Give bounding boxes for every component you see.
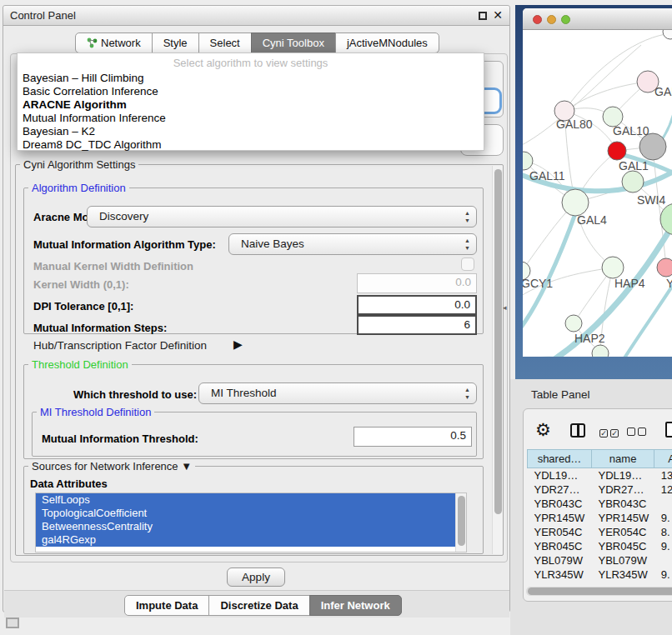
- tab-jactivemnodules[interactable]: jActiveMNodules: [335, 32, 439, 53]
- table-row[interactable]: YDL19…YDL19…13: [528, 468, 672, 482]
- collapsed-panel-icon[interactable]: [6, 618, 19, 628]
- settings-scrollbar[interactable]: [492, 166, 503, 554]
- algorithm-option-aracne[interactable]: ARACNE Algorithm: [23, 98, 479, 112]
- node-gal1-red[interactable]: [608, 142, 626, 160]
- deselect-checks-icon[interactable]: [627, 426, 649, 438]
- minimize-traffic-light-icon[interactable]: [547, 15, 556, 24]
- sources-group-title: Sources for Network Inference ▼: [28, 460, 195, 472]
- label-gal-cut: GAL: [654, 85, 672, 98]
- stepper-arrows-icon: ▲▼: [464, 209, 470, 224]
- table-row[interactable]: YPR145WYPR145W9.: [528, 511, 672, 525]
- algorithm-option-basic-correlation[interactable]: Basic Correlation Inference: [23, 85, 479, 98]
- algorithm-definition-title: Algorithm Definition: [28, 182, 129, 194]
- which-threshold-label: Which threshold to use:: [73, 388, 197, 401]
- table-row[interactable]: YER054CYER054C8.: [528, 525, 672, 539]
- kernel-width-field[interactable]: 0.0: [357, 273, 477, 293]
- node-table[interactable]: shared… name A YDL19…YDL19…13 YDR27…YDR2…: [527, 449, 672, 585]
- node-hap2[interactable]: [565, 315, 582, 332]
- label-gal1: GAL1: [619, 159, 649, 172]
- label-y-cut: Y: [666, 277, 672, 290]
- tab-network[interactable]: Network: [75, 32, 153, 53]
- algorithm-option-bayesian-hill-climbing[interactable]: Bayesian – Hill Climbing: [23, 72, 479, 85]
- algorithm-option-bayesian-k2[interactable]: Bayesian – K2: [23, 125, 479, 138]
- tab-cyni-toolbox[interactable]: Cyni Toolbox: [251, 32, 336, 53]
- select-all-checks-icon[interactable]: ✓✓: [599, 426, 621, 438]
- algorithm-dropdown-popup: Select algorithm to view settings Bayesi…: [17, 52, 484, 151]
- table-row[interactable]: YBL079WYBL079W: [528, 553, 672, 568]
- data-attributes-list[interactable]: SelfLoops TopologicalCoefficient Between…: [35, 492, 467, 552]
- network-graph: GAL GAL80 GAL10 GAL1 GAL11 SWI4 GAL4 GCY…: [523, 30, 672, 357]
- table-row[interactable]: YDR27…YDR27…12: [528, 482, 672, 497]
- table-hscrollbar[interactable]: [526, 587, 672, 596]
- table-hscrollbar-thumb[interactable]: [528, 588, 672, 595]
- column-header-shared-name[interactable]: shared…: [528, 450, 592, 468]
- tab-select[interactable]: Select: [198, 32, 252, 53]
- node-hap4[interactable]: [602, 257, 624, 278]
- tab-impute-data[interactable]: Impute Data: [124, 595, 209, 616]
- tab-style[interactable]: Style: [152, 32, 199, 53]
- tab-discretize-data[interactable]: Discretize Data: [208, 595, 309, 616]
- network-canvas[interactable]: GAL GAL80 GAL10 GAL1 GAL11 SWI4 GAL4 GCY…: [523, 30, 672, 357]
- algorithm-placeholder: Select algorithm to view settings: [18, 57, 484, 69]
- network-window-titlebar: [523, 8, 672, 30]
- stepper-arrows-icon: ▲▼: [464, 237, 470, 252]
- label-hap4: HAP4: [614, 277, 645, 290]
- dpi-tolerance-field[interactable]: 0.0: [357, 295, 477, 315]
- network-window: GAL GAL80 GAL10 GAL1 GAL11 SWI4 GAL4 GCY…: [523, 8, 672, 357]
- manual-kernel-checkbox[interactable]: [461, 258, 474, 271]
- pane-divider-arrow-icon[interactable]: ◂: [503, 303, 507, 312]
- column-header-cut[interactable]: A: [654, 450, 672, 468]
- node-y-pink[interactable]: [657, 258, 672, 277]
- table-row[interactable]: YLR345WYLR345W9.: [528, 568, 672, 582]
- label-gal10: GAL10: [613, 124, 649, 138]
- label-gal11: GAL11: [529, 169, 565, 182]
- close-traffic-light-icon[interactable]: [533, 15, 542, 24]
- label-gcy1: GCY1: [523, 277, 553, 290]
- which-threshold-select[interactable]: MI Threshold ▲▼: [198, 382, 477, 404]
- table-row[interactable]: YBR045CYBR045C9.: [528, 539, 672, 553]
- control-panel-window: Control Panel ✕ Network Style Select Cyn…: [3, 5, 510, 612]
- zoom-traffic-light-icon[interactable]: [561, 15, 570, 24]
- float-window-icon[interactable]: [479, 12, 487, 20]
- label-gal80: GAL80: [556, 118, 593, 131]
- document-icon[interactable]: [665, 422, 672, 438]
- close-icon[interactable]: ✕: [493, 8, 503, 22]
- control-panel-titlebar: Control Panel ✕: [3, 6, 509, 26]
- gear-icon[interactable]: ⚙: [535, 420, 551, 440]
- mi-threshold-field[interactable]: 0.5: [354, 427, 472, 447]
- column-header-name[interactable]: name: [592, 450, 654, 468]
- sources-expander-icon[interactable]: ▼: [181, 460, 192, 472]
- mi-algorithm-type-select[interactable]: Naive Bayes ▲▼: [228, 233, 477, 255]
- mi-steps-field[interactable]: 6: [357, 315, 477, 335]
- columns-icon[interactable]: [570, 423, 585, 438]
- algorithm-option-mutual-information[interactable]: Mutual Information Inference: [23, 112, 479, 125]
- algorithm-option-dream8[interactable]: Dream8 DC_TDC Algorithm: [23, 138, 479, 152]
- settings-scrollbar-thumb[interactable]: [494, 169, 502, 514]
- node-unlabeled[interactable]: [663, 30, 672, 39]
- list-item-selfloops[interactable]: SelfLoops: [36, 493, 456, 507]
- dpi-tolerance-label: DPI Tolerance [0,1]:: [33, 300, 133, 312]
- aracne-mode-select[interactable]: Discovery ▲▼: [87, 206, 477, 228]
- list-item-topologicalcoefficient[interactable]: TopologicalCoefficient: [36, 507, 456, 520]
- label-gal4: GAL4: [577, 213, 607, 227]
- hub-expander-icon[interactable]: ▶: [233, 338, 243, 351]
- control-panel-title: Control Panel: [10, 9, 76, 22]
- attributes-scrollbar-thumb[interactable]: [458, 496, 465, 546]
- table-row[interactable]: YBR043CYBR043C: [528, 497, 672, 511]
- node-gal4[interactable]: [562, 189, 589, 216]
- manual-kernel-label: Manual Kernel Width Definition: [33, 260, 193, 272]
- threshold-definition-title: Threshold Definition: [28, 358, 132, 371]
- list-item-betweennesscentrality[interactable]: BetweennessCentrality: [36, 520, 456, 533]
- attributes-scrollbar[interactable]: [455, 493, 466, 552]
- table-panel: ⚙ ✓✓ shared… name A YDL19…YDL19…13 YDR27…: [523, 408, 672, 602]
- node-swi4[interactable]: [622, 171, 644, 192]
- bottom-tabs: Impute Data Discretize Data Infer Networ…: [124, 595, 402, 616]
- network-icon: [87, 35, 98, 54]
- network-desktop: GAL GAL80 GAL10 GAL1 GAL11 SWI4 GAL4 GCY…: [515, 5, 672, 379]
- table-row[interactable]: YIL052CYIL052C9: [528, 582, 672, 586]
- list-item-gal4rgexp[interactable]: gal4RGexp: [36, 533, 456, 547]
- tab-infer-network[interactable]: Infer Network: [309, 595, 402, 616]
- network-labels: GAL GAL80 GAL10 GAL1 GAL11 SWI4 GAL4 GCY…: [523, 85, 672, 345]
- apply-button[interactable]: Apply: [227, 568, 285, 587]
- node-gal11[interactable]: [523, 152, 533, 170]
